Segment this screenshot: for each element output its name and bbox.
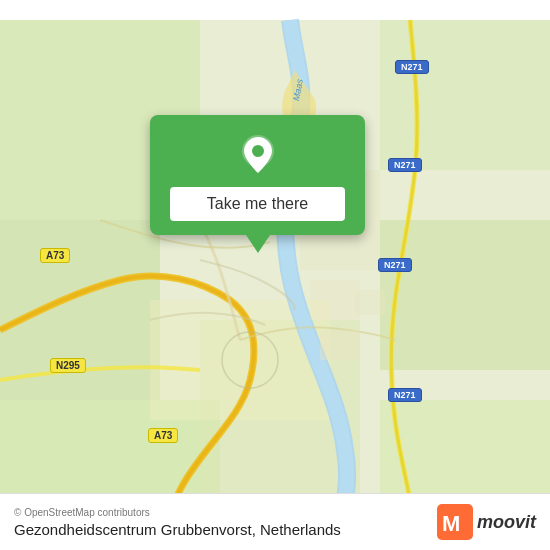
svg-rect-13 [355, 290, 385, 315]
n271-label-4: N271 [388, 388, 422, 402]
popup-card: Take me there [150, 115, 365, 235]
location-pin-icon [236, 133, 280, 177]
moovit-brand-text: moovit [477, 512, 536, 533]
moovit-m-icon: M [437, 504, 473, 540]
a73-label-2: A73 [148, 428, 178, 443]
map-container: A73 A73 N271 N271 N271 N271 N295 Maas Ta… [0, 0, 550, 550]
moovit-logo: M moovit [437, 504, 536, 540]
svg-point-15 [252, 145, 264, 157]
n271-label-2: N271 [388, 158, 422, 172]
location-name: Gezondheidscentrum Grubbenvorst, Netherl… [14, 521, 341, 538]
svg-rect-2 [0, 220, 160, 400]
svg-rect-11 [310, 280, 360, 320]
svg-rect-12 [320, 330, 360, 360]
take-me-there-button[interactable]: Take me there [170, 187, 345, 221]
svg-text:M: M [442, 511, 460, 536]
n271-label-3: N271 [378, 258, 412, 272]
attribution-text: © OpenStreetMap contributors [14, 507, 341, 518]
n295-label: N295 [50, 358, 86, 373]
n271-label-1: N271 [395, 60, 429, 74]
a73-label-1: A73 [40, 248, 70, 263]
svg-rect-5 [380, 20, 550, 170]
bottom-bar: © OpenStreetMap contributors Gezondheids… [0, 493, 550, 550]
bottom-info: © OpenStreetMap contributors Gezondheids… [14, 507, 341, 538]
